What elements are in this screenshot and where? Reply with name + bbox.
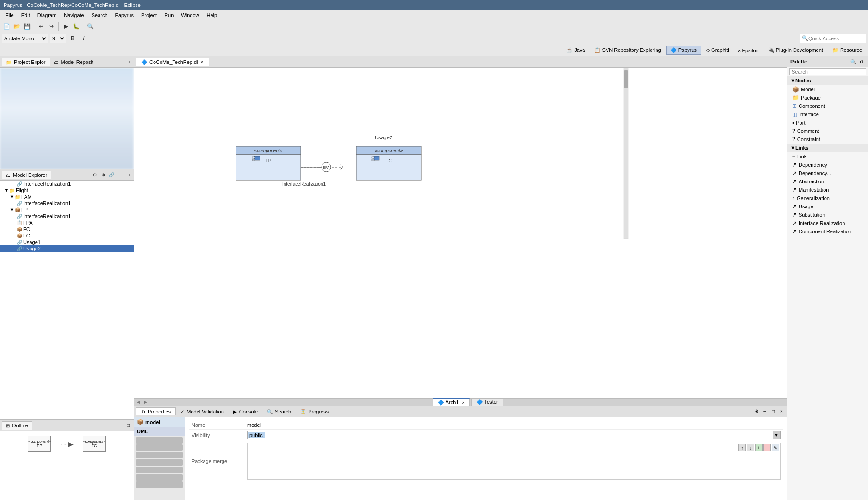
palette-item-usage[interactable]: ↗ Usage [787,202,868,211]
tab-model-explorer[interactable]: 🗂 Model Explorer [2,171,51,179]
run-button[interactable]: ▶ [61,22,70,31]
perspective-epsilon[interactable]: ε Epsilon [734,46,763,55]
prop-merge-edit[interactable]: ✎ [772,444,779,451]
palette-item-component-realization[interactable]: ↗ Component Realization [787,227,868,236]
tree-item-fp[interactable]: ▼ 📦 FP [0,206,134,213]
expand-all-button[interactable]: ⊕ [99,171,107,179]
palette-item-generalization[interactable]: ↑ Generalization [787,194,868,202]
prop-sidebar-uml[interactable]: UML [134,427,185,436]
palette-item-package[interactable]: 📁 Package [787,94,868,102]
palette-item-link[interactable]: ╌ Link [787,152,868,161]
bottom-maximize[interactable]: □ [769,408,777,415]
palette-item-port[interactable]: ▪ Port [787,119,868,127]
tree-item-interface-real-top[interactable]: 🔗 InterfaceRealization1 [0,181,134,187]
prop-name-input[interactable] [247,422,781,428]
palette-item-manifestation[interactable]: ↗ Manifestation [787,186,868,194]
tree-item-fam[interactable]: ▼ 📁 FAM [0,194,134,200]
tree-item-usage2[interactable]: 🔗 Usage2 [0,245,134,252]
tree-item-fc1[interactable]: 📦 FC [0,226,134,232]
minimize-me-button[interactable]: − [116,171,124,179]
quick-access-input[interactable] [808,36,864,41]
prop-merge-remove[interactable]: − [763,444,771,451]
outline-maximize[interactable]: □ [124,422,132,429]
tab-project-explorer[interactable]: 📁 Project Explor [2,58,50,66]
tab-model-validation[interactable]: ✓ Model Validation [176,408,229,415]
maximize-me-button[interactable]: □ [124,171,132,179]
perspective-java[interactable]: ☕ Java [562,46,589,55]
perspective-svn[interactable]: 📋 SVN Repository Exploring [590,46,665,55]
tree-item-usage1[interactable]: 🔗 Usage1 [0,239,134,245]
perspective-papyrus[interactable]: 🔷 Papyrus [666,46,701,55]
perspective-graphiti[interactable]: ◇ Graphiti [702,46,733,55]
menu-edit[interactable]: Edit [18,12,34,19]
palette-settings-btn[interactable]: ⚙ [858,58,865,65]
menu-search[interactable]: Search [88,12,112,19]
diagram-tab-tester[interactable]: 🔷 Tester [471,398,503,406]
editor-tab-main[interactable]: 🔷 CoCoMe_TechRep.di × [136,58,209,66]
maximize-button[interactable]: □ [124,58,132,66]
tree-item-fc2[interactable]: 📦 FC [0,232,134,239]
font-size-select[interactable]: 9 [50,34,66,43]
collapse-all-button[interactable]: ⊖ [91,171,99,179]
palette-item-interface[interactable]: ◫ Interface [787,110,868,119]
italic-button[interactable]: I [79,34,88,43]
menu-window[interactable]: Window [177,12,203,19]
diagram-canvas[interactable]: Usage2 «component» FP «component» [134,68,787,398]
bottom-minimize[interactable]: − [761,408,769,415]
diagram-tab-arch1[interactable]: 🔷 Arch1 × [433,398,470,406]
editor-tab-close[interactable]: × [200,60,204,64]
prop-merge-add[interactable]: + [755,444,763,451]
palette-item-dependency[interactable]: ↗ Dependency [787,161,868,169]
undo-button[interactable]: ↩ [37,22,46,31]
zoom-in-button[interactable]: 🔍 [86,22,95,31]
tab-model-repository[interactable]: 🗃 Model Reposit [50,58,98,66]
menu-file[interactable]: File [2,12,18,19]
perspective-resource[interactable]: 📁 Resource [828,46,866,55]
perspective-plugin[interactable]: 🔌 Plug-in Development [764,46,827,55]
tree-item-ir1-fam[interactable]: 🔗 InterfaceRealization1 [0,200,134,206]
palette-item-component[interactable]: ⊞ Component [787,102,868,110]
save-button[interactable]: 💾 [22,22,31,31]
palette-item-abstraction[interactable]: ↗ Abstraction [787,177,868,186]
menu-navigate[interactable]: Navigate [60,12,87,19]
font-select[interactable]: Andale Mono [2,34,48,43]
menu-run[interactable]: Run [161,12,177,19]
tab-progress[interactable]: ⏳ Progress [296,408,333,415]
prop-visibility-dropdown[interactable]: ▼ [773,431,780,439]
palette-search-input[interactable] [789,68,866,75]
palette-item-dependency2[interactable]: ↗ Dependency... [787,169,868,177]
quick-access-search[interactable]: 🔍 [800,34,866,43]
menu-help[interactable]: Help [203,12,221,19]
palette-search-btn[interactable]: 🔍 [849,58,857,65]
open-button[interactable]: 📂 [12,22,21,31]
palette-item-constraint[interactable]: ? Constraint [787,135,868,144]
menu-diagram[interactable]: Diagram [34,12,61,19]
bold-button[interactable]: B [68,34,77,43]
tree-item-flight[interactable]: ▼ 📁 Flight [0,187,134,194]
tree-item-fpa[interactable]: 📋 FPA [0,219,134,226]
tab-console[interactable]: ▶ Console [229,408,262,415]
debug-button[interactable]: 🐛 [71,22,81,31]
bottom-settings[interactable]: ⚙ [753,408,760,415]
palette-section-links[interactable]: ▼ Links [787,144,868,152]
palette-item-substitution[interactable]: ↗ Substitution [787,211,868,219]
link-editor-button[interactable]: 🔗 [108,171,115,179]
tab-outline[interactable]: ⊞ Outline [2,421,32,430]
palette-item-comment[interactable]: ? Comment [787,127,868,135]
minimize-button[interactable]: − [116,58,124,66]
new-button[interactable]: 📄 [2,22,11,31]
menu-project[interactable]: Project [137,12,161,19]
prop-merge-down[interactable]: ↓ [747,444,754,451]
menu-papyrus[interactable]: Papyrus [112,12,137,19]
bottom-close[interactable]: × [778,408,785,415]
prop-merge-up[interactable]: ↑ [738,444,746,451]
tab-search[interactable]: 🔍 Search [262,408,296,415]
redo-button[interactable]: ↪ [47,22,56,31]
palette-item-model[interactable]: 📦 Model [787,85,868,94]
palette-item-interface-realization[interactable]: ↗ Interface Realization [787,219,868,227]
outline-minimize[interactable]: − [116,422,124,429]
scroll-left-arrow[interactable]: ◄ [134,400,143,405]
tree-item-ir1-fp[interactable]: 🔗 InterfaceRealization1 [0,213,134,219]
palette-section-nodes[interactable]: ▼ Nodes [787,76,868,85]
arch1-close[interactable]: × [462,400,464,405]
